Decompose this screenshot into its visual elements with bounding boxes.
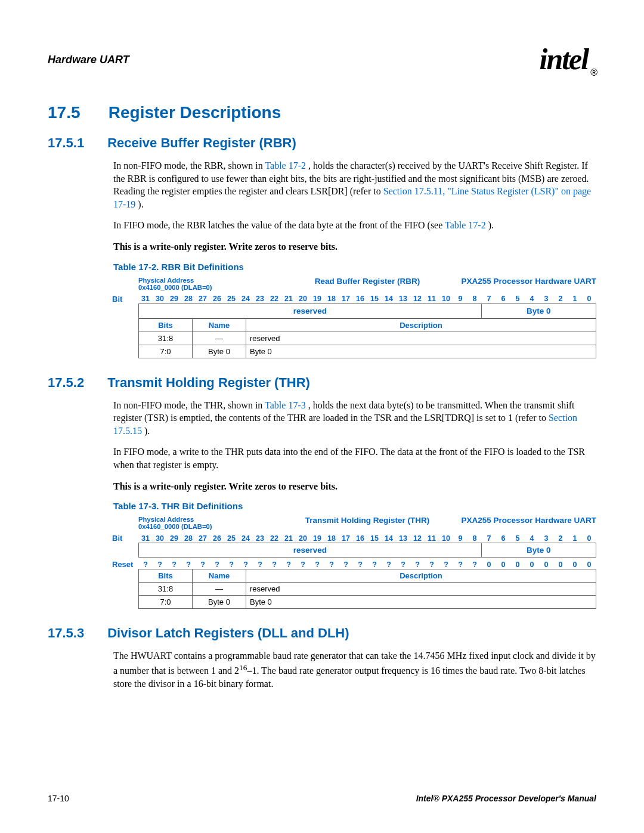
col-desc: Description — [246, 569, 596, 583]
bit-number: 17 — [339, 295, 353, 303]
table-17-3-caption: Table 17-3. THR Bit Definitions — [113, 501, 596, 511]
reset-value: 0 — [510, 561, 525, 569]
heading-17-5: 17.5 Register Descriptions — [48, 103, 596, 122]
xref-table-17-2[interactable]: Table 17-2 — [265, 160, 306, 171]
para-17-5-2-a: In non-FIFO mode, the THR, shown in Tabl… — [113, 399, 596, 438]
reset-value: 0 — [582, 561, 596, 569]
reset-value: ? — [210, 561, 224, 569]
xref-table-17-2-b[interactable]: Table 17-2 — [445, 220, 486, 230]
table-17-3-desc: Bits Name Description 31:8—reserved7:0By… — [138, 569, 596, 609]
table-17-3-addr: Physical Address 0x4160_0000 (DLAB=0) — [138, 516, 291, 530]
reset-value: 0 — [525, 561, 539, 569]
exponent: 16 — [239, 663, 247, 672]
col-desc: Description — [246, 318, 596, 332]
table-17-3-fieldrow: reserved Byte 0 — [138, 543, 596, 558]
reset-value: 0 — [539, 561, 553, 569]
bit-number: 16 — [353, 534, 367, 543]
bit-number: 19 — [310, 534, 324, 543]
page-footer: 17-10 Intel® PXA255 Processor Developer'… — [48, 794, 596, 803]
bit-number: 7 — [482, 295, 496, 303]
reset-value: ? — [382, 561, 396, 569]
reset-value: ? — [425, 561, 439, 569]
bit-number: 23 — [253, 295, 267, 303]
col-name: Name — [193, 569, 246, 583]
col-name: Name — [193, 318, 246, 332]
bit-number: 23 — [253, 534, 267, 543]
reset-value: ? — [453, 561, 467, 569]
para-17-5-1-note: This is a write-only register. Write zer… — [113, 240, 596, 253]
bit-number: 25 — [224, 534, 239, 543]
bit-number: 11 — [425, 534, 439, 543]
reset-value: ? — [281, 561, 296, 569]
bit-number: 31 — [138, 534, 153, 543]
bit-number: 5 — [510, 534, 525, 543]
heading-17-5-3: 17.5.3 Divisor Latch Registers (DLL and … — [48, 625, 596, 641]
section-17-5-3-body: The HWUART contains a programmable baud … — [113, 649, 596, 690]
heading-17-5-1-title: Receive Buffer Register (RBR) — [107, 135, 296, 150]
bit-number: 5 — [510, 295, 525, 303]
bit-number: 24 — [239, 534, 253, 543]
table-row: 7:0Byte 0Byte 0 — [139, 596, 596, 609]
heading-17-5-number: 17.5 — [48, 103, 104, 122]
bit-number: 0 — [582, 295, 596, 303]
reset-value: 0 — [553, 561, 568, 569]
col-bits: Bits — [139, 318, 193, 332]
reset-value: ? — [267, 561, 281, 569]
bit-number: 26 — [210, 295, 224, 303]
bit-number: 28 — [181, 295, 196, 303]
bit-number: 1 — [568, 295, 582, 303]
reset-value: ? — [339, 561, 353, 569]
bit-number: 19 — [310, 295, 324, 303]
cell-bits: 31:8 — [139, 332, 193, 345]
heading-17-5-title: Register Descriptions — [109, 103, 281, 122]
cell-name: Byte 0 — [193, 596, 246, 609]
section-17-5-1-body: In non-FIFO mode, the RBR, shown in Tabl… — [113, 159, 596, 253]
cell-name: — — [193, 583, 246, 596]
bit-number: 16 — [353, 295, 367, 303]
bit-number: 17 — [339, 534, 353, 543]
table-17-2-fieldrow: reserved Byte 0 — [138, 304, 596, 318]
table-17-3-chip: PXA255 Processor Hardware UART — [444, 516, 596, 530]
reset-value: ? — [353, 561, 367, 569]
cell-desc: reserved — [246, 583, 596, 596]
table-17-3-resetrow: Reset ????????????????????????00000000 — [112, 560, 596, 569]
bit-number: 18 — [324, 295, 339, 303]
bit-number: 2 — [553, 534, 568, 543]
bit-number: 9 — [453, 534, 467, 543]
cell-bits: 31:8 — [139, 583, 193, 596]
bit-number: 13 — [396, 534, 410, 543]
bit-number: 6 — [496, 534, 510, 543]
cell-name: — — [193, 332, 246, 345]
bit-number: 30 — [153, 295, 167, 303]
table-17-2-regname: Read Buffer Register (RBR) — [291, 277, 444, 291]
bit-number: 20 — [296, 295, 310, 303]
text: ). — [488, 220, 494, 230]
field-byte0: Byte 0 — [482, 543, 596, 557]
field-byte0: Byte 0 — [482, 304, 596, 318]
cell-desc: Byte 0 — [246, 596, 596, 609]
table-17-2-addr: Physical Address 0x4160_0000 (DLAB=0) — [138, 277, 291, 291]
bit-number: 31 — [138, 295, 153, 303]
header-section: Hardware UART — [48, 54, 129, 66]
intel-logo-text: intel — [540, 42, 589, 76]
bit-number: 29 — [167, 295, 181, 303]
intel-logo: intel® — [540, 42, 596, 78]
table-17-2-header: Physical Address 0x4160_0000 (DLAB=0) Re… — [138, 277, 596, 291]
cell-desc: Byte 0 — [246, 345, 596, 358]
text: In non-FIFO mode, the THR, shown in — [113, 400, 265, 410]
bit-number: 15 — [367, 534, 382, 543]
bit-number: 24 — [239, 295, 253, 303]
xref-table-17-3[interactable]: Table 17-3 — [265, 400, 306, 410]
table-17-3-regname: Transmit Holding Register (THR) — [291, 516, 444, 530]
table-17-3-header: Physical Address 0x4160_0000 (DLAB=0) Tr… — [138, 516, 596, 530]
table-17-2-desc: Bits Name Description 31:8—reserved7:0By… — [138, 318, 596, 358]
bit-number: 4 — [525, 295, 539, 303]
col-bits: Bits — [139, 569, 193, 583]
label: Physical Address — [138, 516, 291, 523]
value: 0x4160_0000 (DLAB=0) — [138, 284, 291, 291]
bit-number: 18 — [324, 534, 339, 543]
section-17-5-2-body: In non-FIFO mode, the THR, shown in Tabl… — [113, 399, 596, 493]
table-17-2-caption: Table 17-2. RBR Bit Definitions — [113, 262, 596, 272]
registered-mark: ® — [590, 67, 596, 78]
value: 0x4160_0000 (DLAB=0) — [138, 523, 291, 530]
